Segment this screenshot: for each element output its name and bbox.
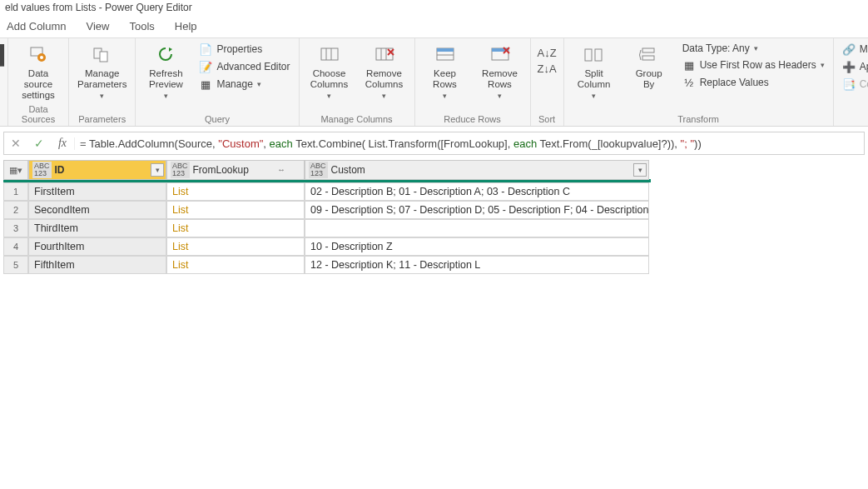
cell-custom[interactable]: 12 - Description K; 11 - Description L [305,256,649,274]
table-row[interactable]: 1 FirstItem List 02 - Description B; 01 … [3,182,651,201]
sort-desc-button[interactable]: Z↓A [538,62,557,75]
group-combine: 🔗 Merge Queries ➕ Append Queries 📑 Combi… [834,38,868,126]
row-number: 1 [3,182,28,201]
cell-custom[interactable]: 02 - Description B; 01 - Description A; … [305,182,649,201]
cell-id[interactable]: FirstItem [28,182,166,201]
cell-id[interactable]: ThirdItem [28,219,166,237]
replace-icon: ½ [682,76,696,89]
group-label-combine: Combine [841,112,868,124]
column-header-id-label: ID [55,164,65,176]
formula-cancel-button[interactable]: ✕ [4,137,27,150]
remove-rows-label: Remove Rows [482,68,518,90]
fx-icon[interactable]: fx [51,137,74,150]
choose-columns-icon [316,43,343,67]
group-query: Refresh Preview 📄 Properties 📝 Advanced … [136,38,299,126]
gear-icon [25,43,52,67]
svg-rect-20 [585,49,592,61]
table-row[interactable]: 3 ThirdItem List [3,219,651,237]
column-header-custom[interactable]: ABC 123 Custom ▾ [305,160,649,180]
parameters-icon [89,43,116,67]
group-label-query: Query [142,112,291,124]
group-sort: A↓Z Z↓A Sort [531,38,564,126]
choose-columns-button[interactable]: Choose Columns [306,42,353,102]
refresh-preview-button[interactable]: Refresh Preview [142,42,189,102]
remove-columns-button[interactable]: Remove Columns [361,42,408,102]
cell-custom[interactable]: 10 - Description Z [305,237,649,256]
type-any-icon: ABC 123 [171,162,190,178]
group-label-transform: Transform [571,112,826,124]
tab-add-column[interactable]: Add Column [7,20,67,32]
group-label-reduce-rows: Reduce Rows [422,112,523,124]
properties-button[interactable]: 📄 Properties [197,42,291,57]
manage-button[interactable]: ▦ Manage [197,77,291,92]
replace-values-label: Replace Values [700,77,769,88]
row-number: 2 [3,201,28,219]
group-reduce-rows: Keep Rows Remove Rows Reduce Rows [415,38,531,126]
type-any-icon: ABC 123 [309,162,328,178]
cell-custom[interactable] [305,219,649,237]
advanced-editor-icon: 📝 [199,60,212,73]
manage-label: Manage [216,78,252,90]
replace-values-button[interactable]: ½ Replace Values [681,75,826,90]
tab-tools[interactable]: Tools [130,20,155,32]
column-filter-id[interactable]: ▾ [151,163,164,177]
remove-columns-icon [371,43,398,67]
group-manage-columns: Choose Columns Remove Columns Manage Col… [300,38,415,126]
table-row[interactable]: 5 FifthItem List 12 - Description K; 11 … [3,256,651,274]
data-source-settings-button[interactable]: Data source settings [15,42,62,102]
formula-input[interactable]: = Table.AddColumn(Source, "Custom", each… [74,137,864,150]
column-header-id[interactable]: ABC 123 ID ▾ [28,160,166,180]
expand-icon[interactable]: ↔ [277,165,285,174]
group-data-sources: Data source settings Data Sources [8,38,69,126]
column-header-from-label: FromLookup [193,164,249,176]
row-number: 4 [3,237,28,256]
cell-id[interactable]: SecondItem [28,201,166,219]
group-by-button[interactable]: Group By [626,42,672,92]
cell-fromlookup[interactable]: List [166,182,305,201]
group-transform: Split Column Group By Data Type: Any ▦ U… [564,38,834,126]
sort-asc-button[interactable]: A↓Z [538,47,557,59]
data-type-button[interactable]: Data Type: Any [681,42,826,55]
formula-bar: ✕ ✓ fx = Table.AddColumn(Source, "Custom… [3,132,865,155]
cell-fromlookup[interactable]: List [166,219,305,237]
merge-queries-label: Merge Queries [860,43,868,55]
data-source-settings-label: Data source settings [17,68,60,101]
merge-icon: 🔗 [842,42,856,56]
manage-parameters-button[interactable]: Manage Parameters [76,42,128,102]
column-header-fromlookup[interactable]: ABC 123 FromLookup ↔ [166,160,305,180]
advanced-editor-label: Advanced Editor [216,61,290,72]
use-first-row-label: Use First Row as Headers [700,59,816,71]
manage-icon: ▦ [199,77,212,91]
cell-custom[interactable]: 09 - Description S; 07 - Description D; … [305,201,649,219]
remove-columns-label: Remove Columns [365,68,403,90]
tab-view[interactable]: View [87,20,110,32]
use-first-row-button[interactable]: ▦ Use First Row as Headers [681,57,826,72]
row-number: 5 [3,256,28,274]
table-row[interactable]: 2 SecondItem List 09 - Description S; 07… [3,201,651,219]
column-filter-custom[interactable]: ▾ [633,163,647,177]
data-type-label: Data Type: Any [682,42,750,54]
svg-rect-21 [595,49,602,61]
cell-fromlookup[interactable]: List [166,201,305,219]
combine-files-button[interactable]: 📑 Combine Files [841,77,868,92]
split-column-button[interactable]: Split Column [571,42,618,102]
select-all-corner[interactable]: ▦▾ [3,160,28,180]
cell-id[interactable]: FourthItem [28,237,166,256]
group-by-icon [636,43,662,67]
svg-rect-14 [437,48,454,52]
cell-fromlookup[interactable]: List [166,237,305,256]
keep-rows-button[interactable]: Keep Rows [422,42,469,102]
tab-help[interactable]: Help [175,20,197,32]
formula-accept-button[interactable]: ✓ [27,137,51,150]
cell-fromlookup[interactable]: List [166,256,305,274]
column-header-custom-label: Custom [331,164,365,176]
merge-queries-button[interactable]: 🔗 Merge Queries [841,42,868,57]
append-queries-button[interactable]: ➕ Append Queries [841,59,868,74]
cell-id[interactable]: FifthItem [28,256,166,274]
group-label-parameters: Parameters [76,112,128,124]
remove-rows-icon [487,43,513,67]
properties-label: Properties [216,43,262,55]
remove-rows-button[interactable]: Remove Rows [477,42,523,102]
advanced-editor-button[interactable]: 📝 Advanced Editor [197,59,291,74]
table-row[interactable]: 4 FourthItem List 10 - Description Z [3,237,651,256]
